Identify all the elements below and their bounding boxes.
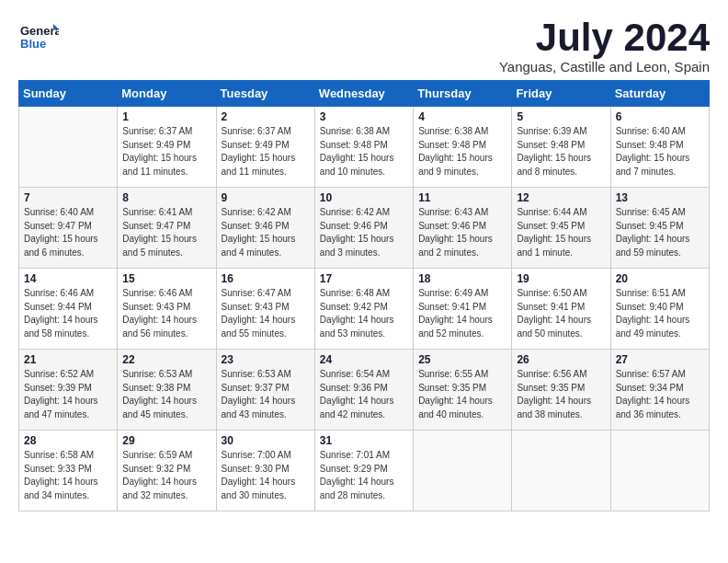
calendar-table: SundayMondayTuesdayWednesdayThursdayFrid… — [18, 80, 710, 511]
day-number: 28 — [24, 434, 112, 447]
day-number: 1 — [122, 110, 210, 123]
calendar-day-cell: 2 Sunrise: 6:37 AM Sunset: 9:49 PM Dayli… — [216, 107, 314, 188]
day-number: 30 — [222, 434, 310, 447]
calendar-day-cell: 26 Sunrise: 6:56 AM Sunset: 9:35 PM Dayl… — [512, 350, 610, 431]
calendar-day-cell: 29 Sunrise: 6:59 AM Sunset: 9:32 PM Dayl… — [118, 431, 216, 511]
day-number: 18 — [418, 272, 506, 285]
day-info: Sunrise: 6:42 AM Sunset: 9:46 PM Dayligh… — [222, 206, 310, 259]
calendar-day-cell: 16 Sunrise: 6:47 AM Sunset: 9:43 PM Dayl… — [216, 269, 314, 350]
day-info: Sunrise: 6:46 AM Sunset: 9:44 PM Dayligh… — [24, 287, 112, 340]
page-header: General Blue July 2024 Yanguas, Castille… — [18, 18, 710, 75]
day-info: Sunrise: 6:48 AM Sunset: 9:42 PM Dayligh… — [320, 287, 408, 340]
day-info: Sunrise: 7:00 AM Sunset: 9:30 PM Dayligh… — [222, 449, 310, 502]
day-info: Sunrise: 6:54 AM Sunset: 9:36 PM Dayligh… — [320, 368, 408, 421]
day-info: Sunrise: 6:41 AM Sunset: 9:47 PM Dayligh… — [122, 206, 210, 259]
day-info: Sunrise: 6:47 AM Sunset: 9:43 PM Dayligh… — [222, 287, 310, 340]
calendar-day-cell: 21 Sunrise: 6:52 AM Sunset: 9:39 PM Dayl… — [19, 350, 118, 431]
calendar-day-cell: 15 Sunrise: 6:46 AM Sunset: 9:43 PM Dayl… — [118, 269, 216, 350]
calendar-day-cell: 12 Sunrise: 6:44 AM Sunset: 9:45 PM Dayl… — [512, 188, 610, 269]
calendar-day-cell: 10 Sunrise: 6:42 AM Sunset: 9:46 PM Dayl… — [314, 188, 413, 269]
day-number: 24 — [320, 353, 408, 366]
calendar-week-row: 1 Sunrise: 6:37 AM Sunset: 9:49 PM Dayli… — [19, 107, 710, 188]
calendar-day-cell: 25 Sunrise: 6:55 AM Sunset: 9:35 PM Dayl… — [414, 350, 512, 431]
day-number: 26 — [517, 353, 605, 366]
day-info: Sunrise: 6:56 AM Sunset: 9:35 PM Dayligh… — [517, 368, 605, 421]
calendar-day-cell: 6 Sunrise: 6:40 AM Sunset: 9:48 PM Dayli… — [610, 107, 709, 188]
calendar-day-cell: 9 Sunrise: 6:42 AM Sunset: 9:46 PM Dayli… — [216, 188, 314, 269]
day-info: Sunrise: 6:49 AM Sunset: 9:41 PM Dayligh… — [418, 287, 506, 340]
day-number: 27 — [616, 353, 704, 366]
day-info: Sunrise: 6:38 AM Sunset: 9:48 PM Dayligh… — [418, 125, 506, 178]
day-number: 20 — [616, 272, 704, 285]
day-number: 12 — [517, 191, 605, 204]
calendar-day-cell: 24 Sunrise: 6:54 AM Sunset: 9:36 PM Dayl… — [314, 350, 413, 431]
svg-text:General: General — [20, 24, 59, 38]
day-info: Sunrise: 6:55 AM Sunset: 9:35 PM Dayligh… — [418, 368, 506, 421]
day-number: 4 — [418, 110, 506, 123]
calendar-day-cell: 23 Sunrise: 6:53 AM Sunset: 9:37 PM Dayl… — [216, 350, 314, 431]
day-number: 13 — [616, 191, 704, 204]
day-info: Sunrise: 6:57 AM Sunset: 9:34 PM Dayligh… — [616, 368, 704, 421]
calendar-day-cell: 31 Sunrise: 7:01 AM Sunset: 9:29 PM Dayl… — [314, 431, 413, 511]
calendar-week-row: 14 Sunrise: 6:46 AM Sunset: 9:44 PM Dayl… — [19, 269, 710, 350]
calendar-day-cell: 17 Sunrise: 6:48 AM Sunset: 9:42 PM Dayl… — [314, 269, 413, 350]
day-number: 31 — [320, 434, 408, 447]
month-title: July 2024 — [499, 18, 710, 57]
calendar-day-cell: 11 Sunrise: 6:43 AM Sunset: 9:46 PM Dayl… — [414, 188, 512, 269]
calendar-day-cell: 28 Sunrise: 6:58 AM Sunset: 9:33 PM Dayl… — [19, 431, 118, 511]
day-number: 7 — [24, 191, 112, 204]
day-info: Sunrise: 6:44 AM Sunset: 9:45 PM Dayligh… — [517, 206, 605, 259]
day-info: Sunrise: 6:40 AM Sunset: 9:48 PM Dayligh… — [616, 125, 704, 178]
calendar-week-row: 28 Sunrise: 6:58 AM Sunset: 9:33 PM Dayl… — [19, 431, 710, 511]
day-number: 15 — [122, 272, 210, 285]
calendar-day-cell: 8 Sunrise: 6:41 AM Sunset: 9:47 PM Dayli… — [118, 188, 216, 269]
day-info: Sunrise: 6:58 AM Sunset: 9:33 PM Dayligh… — [24, 449, 112, 502]
logo: General Blue — [18, 18, 59, 59]
calendar-day-cell: 4 Sunrise: 6:38 AM Sunset: 9:48 PM Dayli… — [414, 107, 512, 188]
weekday-header: Wednesday — [314, 81, 413, 107]
calendar-day-cell: 3 Sunrise: 6:38 AM Sunset: 9:48 PM Dayli… — [314, 107, 413, 188]
day-info: Sunrise: 6:45 AM Sunset: 9:45 PM Dayligh… — [616, 206, 704, 259]
calendar-day-cell: 27 Sunrise: 6:57 AM Sunset: 9:34 PM Dayl… — [610, 350, 709, 431]
weekday-header: Saturday — [610, 81, 709, 107]
day-info: Sunrise: 7:01 AM Sunset: 9:29 PM Dayligh… — [320, 449, 408, 502]
day-info: Sunrise: 6:37 AM Sunset: 9:49 PM Dayligh… — [122, 125, 210, 178]
day-number: 11 — [418, 191, 506, 204]
day-number: 22 — [122, 353, 210, 366]
day-number: 25 — [418, 353, 506, 366]
calendar-day-cell: 18 Sunrise: 6:49 AM Sunset: 9:41 PM Dayl… — [414, 269, 512, 350]
day-number: 16 — [222, 272, 310, 285]
day-number: 9 — [222, 191, 310, 204]
day-info: Sunrise: 6:42 AM Sunset: 9:46 PM Dayligh… — [320, 206, 408, 259]
calendar-day-cell — [19, 107, 118, 188]
calendar-day-cell: 7 Sunrise: 6:40 AM Sunset: 9:47 PM Dayli… — [19, 188, 118, 269]
calendar-day-cell: 5 Sunrise: 6:39 AM Sunset: 9:48 PM Dayli… — [512, 107, 610, 188]
title-block: July 2024 Yanguas, Castille and Leon, Sp… — [499, 18, 710, 75]
day-info: Sunrise: 6:46 AM Sunset: 9:43 PM Dayligh… — [122, 287, 210, 340]
svg-text:Blue: Blue — [20, 37, 46, 51]
calendar-day-cell — [610, 431, 709, 511]
day-number: 21 — [24, 353, 112, 366]
day-number: 14 — [24, 272, 112, 285]
day-info: Sunrise: 6:40 AM Sunset: 9:47 PM Dayligh… — [24, 206, 112, 259]
calendar-day-cell: 13 Sunrise: 6:45 AM Sunset: 9:45 PM Dayl… — [610, 188, 709, 269]
day-number: 23 — [222, 353, 310, 366]
day-number: 6 — [616, 110, 704, 123]
weekday-header: Sunday — [19, 81, 118, 107]
weekday-header: Friday — [512, 81, 610, 107]
day-number: 2 — [222, 110, 310, 123]
day-info: Sunrise: 6:59 AM Sunset: 9:32 PM Dayligh… — [122, 449, 210, 502]
location: Yanguas, Castille and Leon, Spain — [499, 59, 710, 75]
calendar-day-cell: 30 Sunrise: 7:00 AM Sunset: 9:30 PM Dayl… — [216, 431, 314, 511]
day-info: Sunrise: 6:53 AM Sunset: 9:37 PM Dayligh… — [222, 368, 310, 421]
day-info: Sunrise: 6:50 AM Sunset: 9:41 PM Dayligh… — [517, 287, 605, 340]
calendar-week-row: 7 Sunrise: 6:40 AM Sunset: 9:47 PM Dayli… — [19, 188, 710, 269]
calendar-day-cell: 22 Sunrise: 6:53 AM Sunset: 9:38 PM Dayl… — [118, 350, 216, 431]
day-info: Sunrise: 6:38 AM Sunset: 9:48 PM Dayligh… — [320, 125, 408, 178]
day-number: 29 — [122, 434, 210, 447]
day-number: 17 — [320, 272, 408, 285]
day-number: 5 — [517, 110, 605, 123]
day-info: Sunrise: 6:51 AM Sunset: 9:40 PM Dayligh… — [616, 287, 704, 340]
day-info: Sunrise: 6:53 AM Sunset: 9:38 PM Dayligh… — [122, 368, 210, 421]
weekday-header: Monday — [118, 81, 216, 107]
